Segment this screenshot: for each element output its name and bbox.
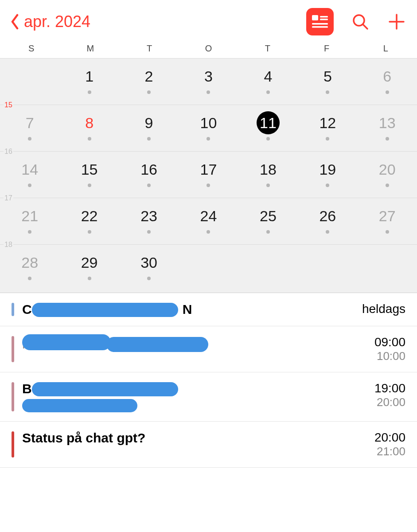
week-row: 1714151617181920 [0,151,417,198]
day-cell[interactable]: 9 [119,105,179,151]
event-dot-icon [28,277,31,280]
day-number: 11 [257,111,280,134]
week-row: 1678910111213 [0,105,417,151]
day-cell[interactable]: 14 [0,152,59,198]
day-cell[interactable]: 10 [179,105,238,151]
day-cell[interactable]: 2 [119,59,179,105]
day-number: 12 [316,111,339,134]
day-cell[interactable]: 22 [59,198,119,244]
plus-icon [388,13,405,31]
day-cell[interactable]: 18 [238,152,298,198]
day-cell[interactable]: 1 [59,59,119,105]
header-bar: apr. 2024 [0,0,417,41]
event-item[interactable]: Status på chat gpt?20:0021:00 [0,422,417,468]
day-number: 15 [78,158,101,181]
event-dot-icon [147,90,151,94]
event-dot-icon [147,184,151,187]
day-cell[interactable]: 12 [298,105,357,151]
weekday-label: F [297,43,356,54]
day-cell[interactable]: 5 [298,59,357,105]
event-times: 09:0010:00 [352,335,405,363]
day-number: 17 [197,158,220,181]
event-color-stripe [12,382,14,411]
day-cell[interactable]: 24 [179,198,238,244]
event-dot-icon [207,230,210,234]
day-cell[interactable]: 4 [238,59,298,105]
week-row: 282930 [0,244,417,291]
day-cell[interactable]: 16 [119,152,179,198]
event-item[interactable]: Foreslått sted09:0010:00 [0,326,417,372]
search-button[interactable] [351,12,370,31]
weekday-label: L [356,43,415,54]
day-number: 7 [18,111,41,134]
svg-rect-4 [312,26,328,28]
day-number: 6 [376,65,399,88]
list-view-button[interactable] [306,8,334,35]
day-cell[interactable]: 30 [119,245,179,291]
event-dot-icon [28,184,31,187]
event-dot-icon [147,137,151,141]
event-dot-icon [266,137,270,141]
day-cell[interactable]: 19 [298,152,357,198]
event-dot-icon [266,90,270,94]
event-time-start: 09:00 [352,335,405,349]
day-cell[interactable]: 20 [358,152,417,198]
event-dot-icon [207,90,210,94]
day-number: 3 [197,65,220,88]
event-dot-icon [326,137,329,141]
week-number: 18 [4,241,13,249]
event-main: B [22,381,352,412]
day-number: 2 [137,65,160,88]
event-dot-icon [28,137,31,141]
event-times: 19:0020:00 [352,381,405,409]
day-cell[interactable]: 6 [358,59,417,105]
back-button[interactable]: apr. 2024 [11,12,90,31]
svg-rect-0 [312,15,318,20]
add-event-button[interactable] [387,12,406,31]
svg-rect-1 [320,16,328,18]
day-cell[interactable]: 21 [0,198,59,244]
day-cell[interactable]: 27 [358,198,417,244]
day-number: 30 [137,251,160,274]
day-cell[interactable]: 29 [59,245,119,291]
day-cell[interactable]: 15 [59,152,119,198]
event-dot-icon [326,230,329,234]
day-number: 20 [376,158,399,181]
day-number: 14 [18,158,41,181]
day-cell[interactable]: 3 [179,59,238,105]
event-dot-icon [147,277,151,280]
event-time-end: 21:00 [352,445,405,458]
event-item[interactable]: CNheldags [0,293,417,326]
event-dot-icon [326,90,329,94]
week-number: 17 [4,194,13,202]
day-number: 19 [316,158,339,181]
event-dot-icon [326,184,329,187]
redaction-smudge [32,382,178,396]
event-time-end: 20:00 [352,395,405,409]
event-time-end: 10:00 [352,349,405,363]
svg-line-6 [363,24,367,29]
event-main: Status på chat gpt? [22,430,352,446]
event-dot-icon [88,184,91,187]
day-cell[interactable]: 17 [179,152,238,198]
day-cell[interactable]: 13 [358,105,417,151]
event-dot-icon [207,184,210,187]
search-icon [351,13,369,31]
day-number: 22 [78,204,101,227]
day-cell[interactable]: 28 [0,245,59,291]
event-title: CN [22,302,352,317]
event-dot-icon [28,230,31,234]
event-dot-icon [147,230,151,234]
day-cell[interactable]: 8 [59,105,119,151]
list-view-icon [312,15,328,28]
day-cell[interactable]: 11 [238,105,298,151]
day-cell[interactable]: 23 [119,198,179,244]
weekday-label: O [179,43,238,54]
day-cell[interactable]: 26 [298,198,357,244]
day-cell[interactable]: 7 [0,105,59,151]
week-row: 15123456 [0,59,417,105]
event-allday-label: heldags [352,302,405,316]
week-number: 15 [4,101,13,109]
event-item[interactable]: B19:0020:00 [0,372,417,422]
day-cell[interactable]: 25 [238,198,298,244]
